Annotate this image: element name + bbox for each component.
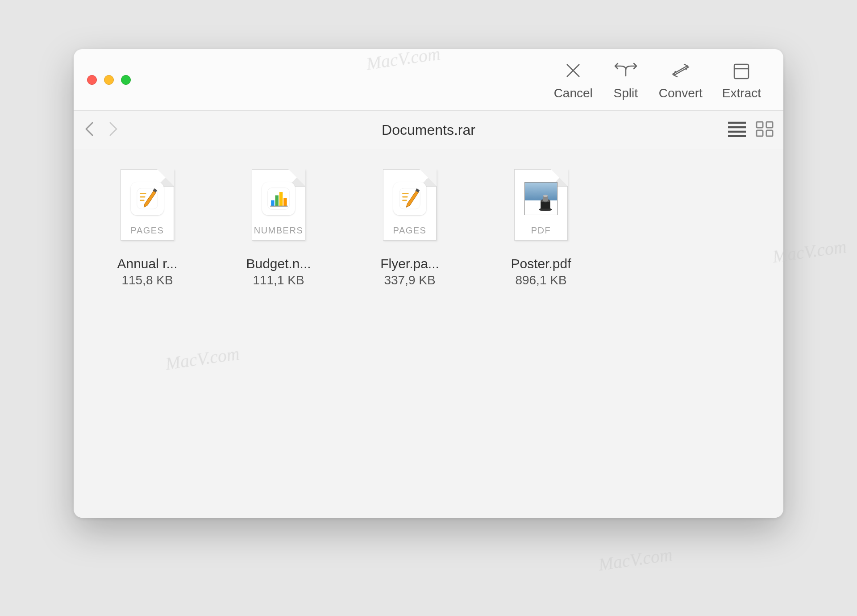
svg-rect-16 xyxy=(275,196,279,206)
close-button[interactable] xyxy=(87,75,97,85)
svg-rect-2 xyxy=(734,64,749,79)
nav-bar: Documents.rar xyxy=(74,111,783,149)
file-item[interactable]: PAGES Flyer.pa... 337,9 KB xyxy=(345,162,474,287)
titlebar: Cancel Split Convert Extract xyxy=(74,49,783,111)
grid-view-button[interactable] xyxy=(756,121,774,139)
file-item[interactable]: PDF Poster.pdf 896,1 KB xyxy=(476,162,606,287)
cancel-icon xyxy=(563,59,583,82)
pdf-file-icon: PDF xyxy=(508,162,574,247)
svg-rect-17 xyxy=(279,192,283,206)
fullscreen-button[interactable] xyxy=(121,75,131,85)
archive-title: Documents.rar xyxy=(382,122,475,138)
file-size: 111,1 KB xyxy=(253,273,304,287)
cancel-button[interactable]: Cancel xyxy=(554,59,593,100)
file-item[interactable]: NUMBERS Budget.n... 111,1 KB xyxy=(214,162,343,287)
file-size: 337,9 KB xyxy=(384,273,435,287)
file-name: Flyer.pa... xyxy=(380,256,439,271)
file-type-label: PDF xyxy=(515,225,567,236)
back-button[interactable] xyxy=(83,120,96,140)
extract-icon xyxy=(731,59,752,82)
nav-arrows xyxy=(83,120,119,140)
file-name: Annual r... xyxy=(117,256,177,271)
minimize-button[interactable] xyxy=(104,75,114,85)
svg-rect-9 xyxy=(766,122,773,128)
extract-button[interactable]: Extract xyxy=(722,59,761,100)
watermark: MacV.com xyxy=(597,544,674,575)
file-type-label: PAGES xyxy=(383,225,436,236)
svg-rect-18 xyxy=(283,198,287,206)
convert-icon xyxy=(669,59,692,82)
file-name: Poster.pdf xyxy=(511,256,571,271)
split-icon xyxy=(612,59,639,82)
file-size: 115,8 KB xyxy=(121,273,173,287)
split-button[interactable]: Split xyxy=(612,59,639,100)
file-type-label: NUMBERS xyxy=(252,225,305,236)
view-toggle xyxy=(727,121,774,139)
svg-point-26 xyxy=(543,195,548,197)
window-controls xyxy=(87,75,131,85)
toolbar: Cancel Split Convert Extract xyxy=(554,59,770,100)
forward-button[interactable] xyxy=(107,120,119,140)
svg-rect-11 xyxy=(766,130,773,136)
archive-window: Cancel Split Convert Extract xyxy=(74,49,783,518)
convert-label: Convert xyxy=(659,86,703,100)
pages-file-icon: PAGES xyxy=(376,162,443,247)
cancel-label: Cancel xyxy=(554,86,593,100)
extract-label: Extract xyxy=(722,86,761,100)
file-size: 896,1 KB xyxy=(515,273,566,287)
file-grid: PAGES Annual r... 115,8 KB NUMBERS Budge… xyxy=(74,149,783,518)
numbers-file-icon: NUMBERS xyxy=(245,162,312,247)
file-type-label: PAGES xyxy=(121,225,174,236)
svg-rect-15 xyxy=(271,200,274,206)
split-label: Split xyxy=(614,86,638,100)
convert-button[interactable]: Convert xyxy=(659,59,703,100)
pages-file-icon: PAGES xyxy=(114,162,181,247)
file-item[interactable]: PAGES Annual r... 115,8 KB xyxy=(83,162,212,287)
list-view-button[interactable] xyxy=(727,121,747,139)
svg-rect-8 xyxy=(757,122,763,128)
svg-rect-10 xyxy=(757,130,763,136)
file-name: Budget.n... xyxy=(246,256,311,271)
